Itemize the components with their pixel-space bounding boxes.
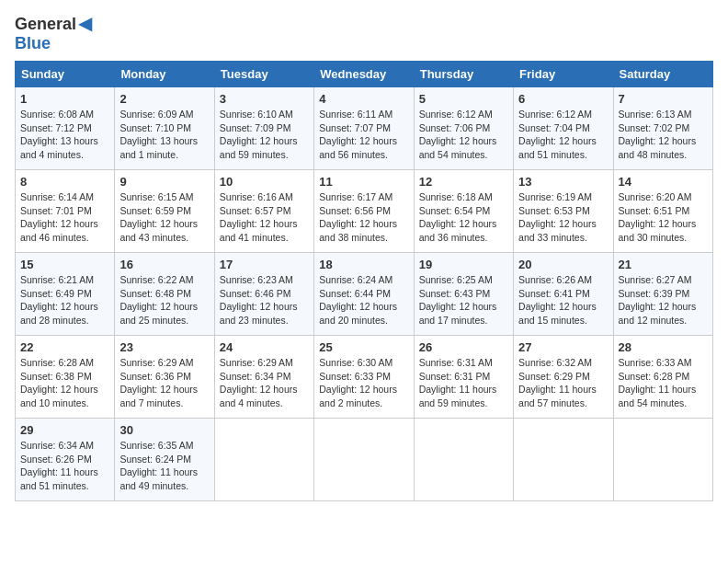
calendar-cell [414,419,513,501]
calendar-week: 22Sunrise: 6:28 AMSunset: 6:38 PMDayligh… [16,336,713,419]
day-info: Sunrise: 6:29 AMSunset: 6:36 PMDaylight:… [119,357,198,408]
day-info: Sunrise: 6:33 AMSunset: 6:28 PMDaylight:… [619,357,697,408]
day-header-monday: Monday [115,62,214,87]
calendar-cell: 13Sunrise: 6:19 AMSunset: 6:53 PMDayligh… [514,170,613,253]
day-number: 26 [419,340,508,354]
day-info: Sunrise: 6:14 AMSunset: 7:01 PMDaylight:… [20,191,98,243]
calendar-cell: 5Sunrise: 6:12 AMSunset: 7:06 PMDaylight… [414,87,513,170]
day-number: 3 [220,92,309,106]
calendar-cell: 8Sunrise: 6:14 AMSunset: 7:01 PMDaylight… [16,170,115,253]
day-number: 5 [419,92,508,106]
calendar-cell: 18Sunrise: 6:24 AMSunset: 6:44 PMDayligh… [314,253,414,336]
day-info: Sunrise: 6:19 AMSunset: 6:53 PMDaylight:… [518,191,597,243]
day-info: Sunrise: 6:21 AMSunset: 6:49 PMDaylight:… [20,274,98,326]
calendar-cell: 20Sunrise: 6:26 AMSunset: 6:41 PMDayligh… [514,253,613,336]
day-number: 12 [419,175,508,189]
day-header-tuesday: Tuesday [214,62,313,87]
day-info: Sunrise: 6:12 AMSunset: 7:06 PMDaylight:… [419,109,497,160]
calendar-cell: 15Sunrise: 6:21 AMSunset: 6:49 PMDayligh… [16,253,115,336]
day-info: Sunrise: 6:24 AMSunset: 6:44 PMDaylight:… [319,274,397,326]
calendar-cell [613,419,712,501]
day-info: Sunrise: 6:09 AMSunset: 7:10 PMDaylight:… [119,109,198,160]
day-info: Sunrise: 6:13 AMSunset: 7:02 PMDaylight:… [619,109,697,160]
calendar-cell: 11Sunrise: 6:17 AMSunset: 6:56 PMDayligh… [314,170,414,253]
day-info: Sunrise: 6:10 AMSunset: 7:09 PMDaylight:… [220,109,298,160]
calendar-cell: 4Sunrise: 6:11 AMSunset: 7:07 PMDaylight… [314,87,414,170]
calendar-cell: 29Sunrise: 6:34 AMSunset: 6:26 PMDayligh… [16,419,115,501]
day-number: 27 [518,340,608,354]
day-number: 29 [20,423,109,437]
day-info: Sunrise: 6:15 AMSunset: 6:59 PMDaylight:… [119,191,198,243]
day-number: 19 [419,258,508,271]
day-number: 2 [119,92,209,106]
day-number: 15 [20,258,109,271]
logo: General ◀ Blue [15,15,92,53]
day-header-friday: Friday [514,62,613,87]
day-info: Sunrise: 6:18 AMSunset: 6:54 PMDaylight:… [419,191,497,243]
calendar-cell: 9Sunrise: 6:15 AMSunset: 6:59 PMDaylight… [115,170,214,253]
calendar-cell: 28Sunrise: 6:33 AMSunset: 6:28 PMDayligh… [613,336,712,419]
day-header-wednesday: Wednesday [314,62,414,87]
calendar-week: 8Sunrise: 6:14 AMSunset: 7:01 PMDaylight… [16,170,713,253]
logo-blue-text: Blue [15,34,51,53]
day-info: Sunrise: 6:31 AMSunset: 6:31 PMDaylight:… [419,357,497,408]
logo-bird-icon: ◀ [78,12,92,34]
calendar-week: 1Sunrise: 6:08 AMSunset: 7:12 PMDaylight… [16,87,713,170]
day-number: 11 [319,175,408,189]
day-header-sunday: Sunday [16,62,115,87]
calendar-cell [514,419,613,501]
day-number: 13 [518,175,608,189]
day-number: 20 [518,258,608,271]
day-number: 1 [20,92,109,106]
day-number: 6 [518,92,608,106]
calendar-cell: 10Sunrise: 6:16 AMSunset: 6:57 PMDayligh… [214,170,313,253]
day-info: Sunrise: 6:08 AMSunset: 7:12 PMDaylight:… [20,109,98,160]
calendar-cell: 1Sunrise: 6:08 AMSunset: 7:12 PMDaylight… [16,87,115,170]
day-info: Sunrise: 6:16 AMSunset: 6:57 PMDaylight:… [220,191,298,243]
day-info: Sunrise: 6:12 AMSunset: 7:04 PMDaylight:… [518,109,597,160]
day-number: 8 [20,175,109,189]
day-info: Sunrise: 6:22 AMSunset: 6:48 PMDaylight:… [119,274,198,326]
logo-general-text: General [15,15,76,34]
calendar-cell: 24Sunrise: 6:29 AMSunset: 6:34 PMDayligh… [214,336,313,419]
day-number: 14 [619,175,708,189]
calendar-cell: 21Sunrise: 6:27 AMSunset: 6:39 PMDayligh… [613,253,712,336]
day-info: Sunrise: 6:23 AMSunset: 6:46 PMDaylight:… [220,274,298,326]
calendar-table: SundayMondayTuesdayWednesdayThursdayFrid… [15,61,713,501]
calendar-cell: 27Sunrise: 6:32 AMSunset: 6:29 PMDayligh… [514,336,613,419]
day-number: 9 [119,175,209,189]
calendar-cell: 30Sunrise: 6:35 AMSunset: 6:24 PMDayligh… [115,419,214,501]
day-number: 18 [319,258,408,271]
calendar-cell [314,419,414,501]
day-number: 16 [119,258,209,271]
calendar-cell: 25Sunrise: 6:30 AMSunset: 6:33 PMDayligh… [314,336,414,419]
calendar-cell: 3Sunrise: 6:10 AMSunset: 7:09 PMDaylight… [214,87,313,170]
day-number: 25 [319,340,408,354]
calendar-cell: 12Sunrise: 6:18 AMSunset: 6:54 PMDayligh… [414,170,513,253]
day-info: Sunrise: 6:26 AMSunset: 6:41 PMDaylight:… [518,274,597,326]
day-info: Sunrise: 6:27 AMSunset: 6:39 PMDaylight:… [619,274,697,326]
day-number: 7 [619,92,708,106]
header: General ◀ Blue [15,15,713,53]
day-number: 17 [220,258,309,271]
day-number: 28 [619,340,708,354]
day-header-thursday: Thursday [414,62,513,87]
day-number: 10 [220,175,309,189]
calendar-week: 29Sunrise: 6:34 AMSunset: 6:26 PMDayligh… [16,419,713,501]
day-info: Sunrise: 6:29 AMSunset: 6:34 PMDaylight:… [220,357,298,408]
day-info: Sunrise: 6:32 AMSunset: 6:29 PMDaylight:… [518,357,597,408]
day-info: Sunrise: 6:25 AMSunset: 6:43 PMDaylight:… [419,274,497,326]
day-info: Sunrise: 6:34 AMSunset: 6:26 PMDaylight:… [20,440,98,491]
day-info: Sunrise: 6:30 AMSunset: 6:33 PMDaylight:… [319,357,397,408]
day-header-saturday: Saturday [613,62,712,87]
day-number: 30 [119,423,209,437]
calendar-cell: 22Sunrise: 6:28 AMSunset: 6:38 PMDayligh… [16,336,115,419]
calendar-cell: 17Sunrise: 6:23 AMSunset: 6:46 PMDayligh… [214,253,313,336]
calendar-cell: 14Sunrise: 6:20 AMSunset: 6:51 PMDayligh… [613,170,712,253]
day-number: 21 [619,258,708,271]
day-info: Sunrise: 6:28 AMSunset: 6:38 PMDaylight:… [20,357,98,408]
day-number: 4 [319,92,408,106]
day-number: 23 [119,340,209,354]
day-info: Sunrise: 6:20 AMSunset: 6:51 PMDaylight:… [619,191,697,243]
calendar-cell: 6Sunrise: 6:12 AMSunset: 7:04 PMDaylight… [514,87,613,170]
